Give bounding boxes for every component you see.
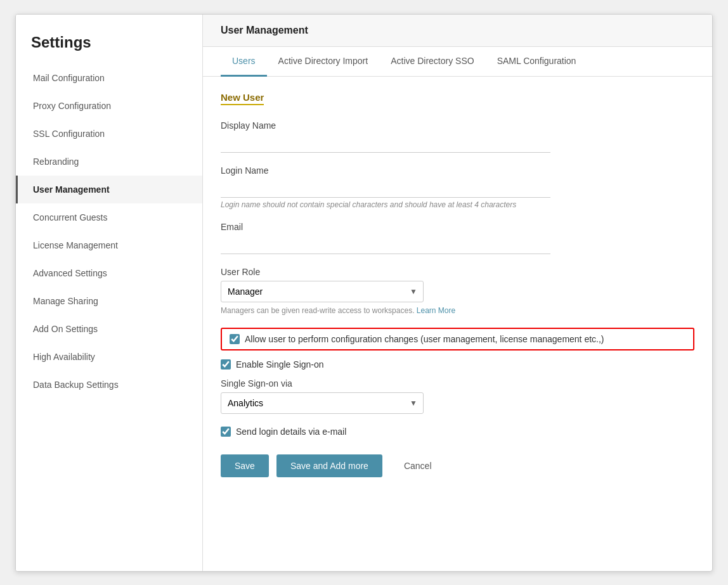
tab-active-directory-import[interactable]: Active Directory Import [267, 47, 380, 77]
allow-config-row: Allow user to perform configuration chan… [221, 328, 694, 350]
sidebar-item-mail-configuration[interactable]: Mail Configuration [16, 64, 202, 92]
sidebar-item-manage-sharing[interactable]: Manage Sharing [16, 287, 202, 315]
tab-active-directory-sso[interactable]: Active Directory SSO [379, 47, 485, 77]
sidebar-item-user-management[interactable]: User Management [16, 176, 202, 203]
tab-users[interactable]: Users [221, 47, 267, 77]
learn-more-link[interactable]: Learn More [417, 306, 455, 315]
login-name-input[interactable] [221, 179, 550, 198]
sidebar: Settings Mail ConfigurationProxy Configu… [16, 15, 203, 571]
manager-hint: Managers can be given read-write access … [221, 306, 694, 315]
button-row: Save Save and Add more Cancel [221, 454, 694, 477]
send-login-row: Send login details via e-mail [221, 427, 694, 437]
manager-hint-text: Managers can be given read-write access … [221, 306, 414, 315]
tab-saml-configuration[interactable]: SAML Configuration [486, 47, 588, 77]
sidebar-item-rebranding[interactable]: Rebranding [16, 148, 202, 176]
user-role-select-wrapper: ManagerViewerAdmin ▼ [221, 281, 424, 302]
email-label: Email [221, 222, 694, 232]
main-header: User Management [203, 15, 712, 47]
sidebar-item-data-backup-settings[interactable]: Data Backup Settings [16, 371, 202, 399]
email-group: Email [221, 222, 694, 254]
content-area: New User Display Name Login Name Login n… [203, 77, 712, 571]
display-name-group: Display Name [221, 120, 694, 153]
tabs-bar: UsersActive Directory ImportActive Direc… [203, 47, 712, 77]
main-content: User Management UsersActive Directory Im… [203, 15, 712, 571]
save-button[interactable]: Save [221, 454, 269, 477]
enable-sso-row: Enable Single Sign-on [221, 359, 694, 370]
sidebar-item-license-management[interactable]: License Management [16, 231, 202, 259]
user-role-group: User Role ManagerViewerAdmin ▼ Managers … [221, 267, 694, 315]
enable-sso-label: Enable Single Sign-on [236, 359, 324, 370]
cancel-button[interactable]: Cancel [390, 454, 446, 477]
user-role-label: User Role [221, 267, 694, 277]
enable-sso-checkbox[interactable] [221, 359, 231, 370]
settings-window: Settings Mail ConfigurationProxy Configu… [15, 14, 713, 572]
send-login-label: Send login details via e-mail [236, 427, 346, 437]
sidebar-item-add-on-settings[interactable]: Add On Settings [16, 315, 202, 343]
sidebar-item-proxy-configuration[interactable]: Proxy Configuration [16, 92, 202, 120]
sidebar-item-advanced-settings[interactable]: Advanced Settings [16, 259, 202, 287]
save-add-more-button[interactable]: Save and Add more [276, 454, 382, 477]
sidebar-item-concurrent-guests[interactable]: Concurrent Guests [16, 203, 202, 231]
display-name-label: Display Name [221, 120, 694, 131]
send-login-checkbox[interactable] [221, 427, 231, 437]
user-role-select[interactable]: ManagerViewerAdmin [221, 281, 424, 302]
section-title: New User [221, 92, 264, 105]
allow-config-label: Allow user to perform configuration chan… [245, 334, 604, 344]
sidebar-title: Settings [16, 27, 202, 64]
login-name-group: Login Name Login name should not contain… [221, 165, 694, 209]
sidebar-item-high-availability[interactable]: High Availability [16, 343, 202, 371]
sidebar-item-ssl-configuration[interactable]: SSL Configuration [16, 120, 202, 148]
login-name-hint: Login name should not contain special ch… [221, 200, 694, 209]
email-input[interactable] [221, 236, 550, 254]
sso-via-select-wrapper: AnalyticsSAMLActive Directory ▼ [221, 392, 424, 414]
sso-via-group: Single Sign-on via AnalyticsSAMLActive D… [221, 378, 694, 414]
page-title: User Management [221, 25, 308, 35]
sso-via-select[interactable]: AnalyticsSAMLActive Directory [221, 392, 424, 414]
sso-via-label: Single Sign-on via [221, 378, 694, 389]
display-name-input[interactable] [221, 134, 550, 153]
allow-config-checkbox[interactable] [230, 334, 240, 344]
login-name-label: Login Name [221, 165, 694, 176]
